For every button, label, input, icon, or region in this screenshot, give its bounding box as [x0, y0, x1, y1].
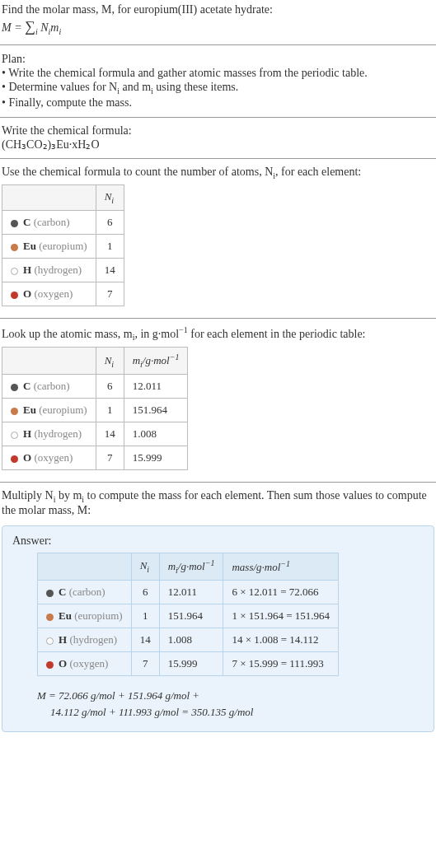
table-row: O (oxygen) 7 15.999: [2, 446, 188, 470]
divider: [0, 44, 436, 45]
element-cell: O (oxygen): [2, 282, 96, 306]
mass-header: mass/g·mol−1: [223, 553, 339, 581]
mi-cell: 151.964: [124, 399, 188, 422]
element-cell: O (oxygen): [38, 652, 132, 676]
element-dot-icon: [46, 661, 54, 669]
divider: [0, 318, 436, 319]
lookup-mass-section: Look up the atomic mass, mi, in g·mol−1 …: [0, 322, 436, 478]
mass-cell: 6 × 12.011 = 72.066: [223, 581, 339, 604]
mi-cell: 1.008: [159, 628, 223, 652]
ni-header: Ni: [96, 185, 124, 211]
table-row: Eu (europium) 1: [2, 234, 124, 258]
element-dot-icon: [46, 590, 54, 597]
intro-text: Find the molar mass, M, for europium(III…: [2, 3, 434, 16]
element-cell: C (carbon): [38, 581, 132, 604]
plan-bullet-3: • Finally, compute the mass.: [2, 96, 434, 110]
blank-header: [2, 348, 96, 375]
plan-title: Plan:: [2, 53, 434, 66]
final-line-2: 14.112 g/mol + 111.993 g/mol = 350.135 g…: [37, 704, 424, 721]
intro-line1: Find the molar mass, M, for europium(III…: [2, 3, 273, 16]
table-row: H (hydrogen) 14 1.008 14 × 1.008 = 14.11…: [38, 628, 339, 652]
table-row: O (oxygen) 7: [2, 282, 124, 306]
element-dot-icon: [11, 292, 18, 299]
final-line-1: M = 72.066 g/mol + 151.964 g/mol +: [37, 688, 424, 704]
answer-box: Answer: Ni mi/g·mol−1 mass/g·mol−1 C (ca…: [2, 525, 434, 732]
answer-label: Answer:: [12, 534, 424, 548]
element-dot-icon: [11, 408, 18, 415]
ni-cell: 14: [96, 258, 124, 282]
mass-cell: 14 × 1.008 = 14.112: [223, 628, 339, 652]
ni-header: Ni: [96, 348, 124, 375]
lookup-title: Look up the atomic mass, mi, in g·mol−1 …: [2, 325, 434, 342]
ni-cell: 14: [96, 422, 124, 446]
mi-cell: 1.008: [124, 422, 188, 446]
intro-section: Find the molar mass, M, for europium(III…: [0, 0, 436, 41]
mass-cell: 7 × 15.999 = 111.993: [223, 652, 339, 676]
lookup-table: Ni mi/g·mol−1 C (carbon) 6 12.011 Eu (eu…: [2, 347, 188, 470]
mass-cell: 1 × 151.964 = 151.964: [223, 604, 339, 628]
element-dot-icon: [46, 637, 54, 645]
ni-cell: 1: [96, 234, 124, 258]
plan-bullet-1: • Write the chemical formula and gather …: [2, 67, 434, 80]
table-row: Eu (europium) 1 151.964 1 × 151.964 = 15…: [38, 604, 339, 628]
answer-table: Ni mi/g·mol−1 mass/g·mol−1 C (carbon) 6 …: [37, 553, 339, 676]
table-row: C (carbon) 6 12.011 6 × 12.011 = 72.066: [38, 581, 339, 604]
element-cell: Eu (europium): [2, 234, 96, 258]
ni-cell: 6: [96, 210, 124, 234]
element-cell: Eu (europium): [2, 399, 96, 422]
mi-cell: 151.964: [159, 604, 223, 628]
table-header-row: Ni mi/g·mol−1: [2, 348, 188, 375]
ni-header: Ni: [131, 553, 159, 581]
plan-section: Plan: • Write the chemical formula and g…: [0, 49, 436, 114]
element-cell: C (carbon): [2, 375, 96, 399]
element-dot-icon: [46, 614, 54, 621]
mi-cell: 15.999: [124, 446, 188, 470]
element-cell: O (oxygen): [2, 446, 96, 470]
formula-title: Write the chemical formula:: [2, 124, 434, 138]
element-dot-icon: [11, 384, 18, 391]
ni-cell: 7: [96, 282, 124, 306]
table-row: H (hydrogen) 14 1.008: [2, 422, 188, 446]
plan-bullet-2: • Determine values for Ni and mi using t…: [2, 81, 434, 96]
molar-mass-equation: M = ∑i Nimi: [2, 16, 434, 38]
mi-header: mi/g·mol−1: [159, 553, 223, 581]
count-atoms-section: Use the chemical formula to count the nu…: [0, 162, 436, 315]
ni-cell: 6: [96, 375, 124, 399]
element-cell: Eu (europium): [38, 604, 132, 628]
ni-cell: 6: [131, 581, 159, 604]
divider: [0, 117, 436, 118]
ni-cell: 14: [131, 628, 159, 652]
element-cell: H (hydrogen): [2, 422, 96, 446]
element-cell: H (hydrogen): [2, 258, 96, 282]
chemical-formula-section: Write the chemical formula: (CH₃CO₂)₃Eu·…: [0, 121, 436, 155]
ni-cell: 7: [131, 652, 159, 676]
element-dot-icon: [11, 455, 18, 463]
element-dot-icon: [11, 268, 18, 275]
element-cell: C (carbon): [2, 210, 96, 234]
count-title: Use the chemical formula to count the nu…: [2, 166, 434, 180]
mi-cell: 12.011: [159, 581, 223, 604]
ni-cell: 7: [96, 446, 124, 470]
mi-header: mi/g·mol−1: [124, 348, 188, 375]
divider: [0, 158, 436, 159]
count-table: Ni C (carbon) 6 Eu (europium) 1 H (hydro…: [2, 184, 124, 306]
mi-cell: 15.999: [159, 652, 223, 676]
table-header-row: Ni: [2, 185, 124, 211]
table-row: C (carbon) 6: [2, 210, 124, 234]
mi-cell: 12.011: [124, 375, 188, 399]
element-dot-icon: [11, 220, 18, 227]
table-row: O (oxygen) 7 15.999 7 × 15.999 = 111.993: [38, 652, 339, 676]
ni-cell: 1: [131, 604, 159, 628]
chemical-formula: (CH₃CO₂)₃Eu·xH₂O: [2, 138, 434, 152]
blank-header: [2, 185, 96, 211]
ni-cell: 1: [96, 399, 124, 422]
element-dot-icon: [11, 432, 18, 439]
element-dot-icon: [11, 244, 18, 251]
sigma-icon: ∑: [25, 18, 35, 35]
table-header-row: Ni mi/g·mol−1 mass/g·mol−1: [38, 553, 339, 581]
final-equation: M = 72.066 g/mol + 151.964 g/mol + 14.11…: [12, 681, 424, 720]
table-row: H (hydrogen) 14: [2, 258, 124, 282]
table-row: Eu (europium) 1 151.964: [2, 399, 188, 422]
blank-header: [38, 553, 132, 581]
divider: [0, 482, 436, 483]
